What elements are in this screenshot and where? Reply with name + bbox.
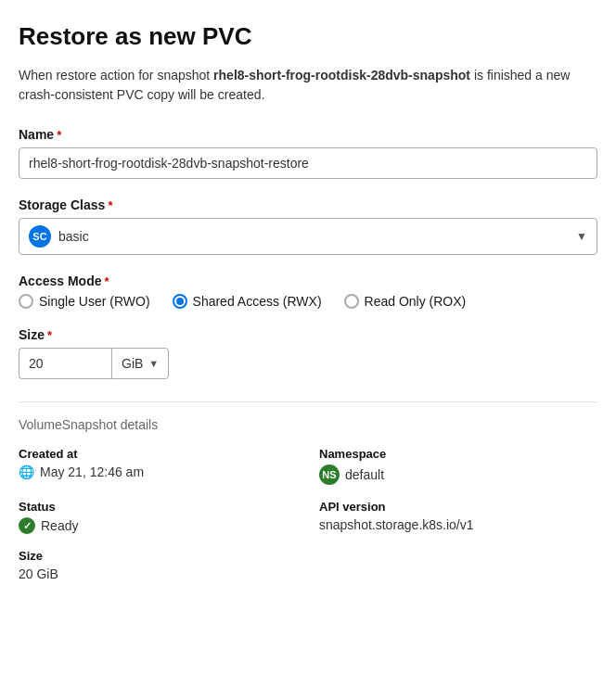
storage-class-section: Storage Class * SC basic ▼ [19,197,597,255]
api-version-label: API version [319,500,597,514]
storage-class-label: Storage Class * [19,197,597,212]
namespace-text: default [345,467,384,482]
description-prefix: When restore action for snapshot [19,68,213,83]
radio-label-rox: Read Only (ROX) [365,294,467,309]
access-mode-required-star: * [104,274,109,288]
size-input[interactable] [19,348,111,379]
radio-label-rwo: Single User (RWO) [39,294,150,309]
api-version-item: API version snapshot.storage.k8s.io/v1 [319,500,597,534]
name-input[interactable] [19,147,597,179]
page-title: Restore as new PVC [19,22,597,51]
name-field-section: Name * [19,127,597,179]
storage-class-select[interactable]: SC basic ▼ [19,218,597,255]
radio-option-rox[interactable]: Read Only (ROX) [344,294,467,309]
status-item: Status Ready [19,500,297,534]
radio-option-rwx[interactable]: Shared Access (RWX) [173,294,322,309]
size-label: Size * [19,327,597,342]
created-at-item: Created at 🌐 May 21, 12:46 am [19,447,297,485]
namespace-item: Namespace NS default [319,447,597,485]
size-unit-select[interactable]: GiB ▼ [111,348,169,379]
size-row: GiB ▼ [19,348,597,379]
snapshot-name-bold: rhel8-short-frog-rootdisk-28dvb-snapshot [213,68,470,83]
api-version-text: snapshot.storage.k8s.io/v1 [319,517,474,532]
size-unit-value: GiB [122,356,143,371]
snapshot-size-item: Size 20 GiB [19,549,297,581]
ns-badge: NS [319,465,340,485]
storage-class-value: basic [58,229,576,244]
radio-option-rwo[interactable]: Single User (RWO) [19,294,150,309]
globe-icon: 🌐 [19,465,34,479]
description-text: When restore action for snapshot rhel8-s… [19,66,597,105]
section-divider [19,401,597,402]
name-required-star: * [57,128,61,142]
name-label: Name * [19,127,597,142]
size-required-star: * [47,328,52,342]
status-value: Ready [19,517,297,534]
status-text: Ready [41,518,78,533]
status-check-icon [19,517,35,534]
created-at-value: 🌐 May 21, 12:46 am [19,465,297,479]
radio-input-rwo[interactable] [19,294,33,309]
status-label: Status [19,500,297,514]
snapshot-size-label: Size [19,549,297,563]
access-mode-radio-group: Single User (RWO) Shared Access (RWX) Re… [19,294,597,309]
created-at-text: May 21, 12:46 am [40,465,144,479]
chevron-down-icon: ▼ [576,230,587,243]
access-mode-section: Access Mode * Single User (RWO) Shared A… [19,274,597,309]
created-at-label: Created at [19,447,297,461]
snapshot-size-value: 20 GiB [19,566,297,581]
details-section-title: VolumeSnapshot details [19,417,597,432]
size-field-section: Size * GiB ▼ [19,327,597,379]
api-version-value: snapshot.storage.k8s.io/v1 [319,517,597,532]
namespace-label: Namespace [319,447,597,461]
storage-class-required-star: * [108,198,112,212]
sc-badge: SC [29,225,51,248]
radio-input-rwx[interactable] [173,294,187,309]
radio-input-rox[interactable] [344,294,359,309]
access-mode-label: Access Mode * [19,274,597,288]
details-grid: Created at 🌐 May 21, 12:46 am Namespace … [19,447,597,581]
unit-chevron-down-icon: ▼ [148,358,159,369]
snapshot-size-text: 20 GiB [19,566,58,581]
radio-label-rwx: Shared Access (RWX) [193,294,322,309]
namespace-value: NS default [319,465,597,485]
